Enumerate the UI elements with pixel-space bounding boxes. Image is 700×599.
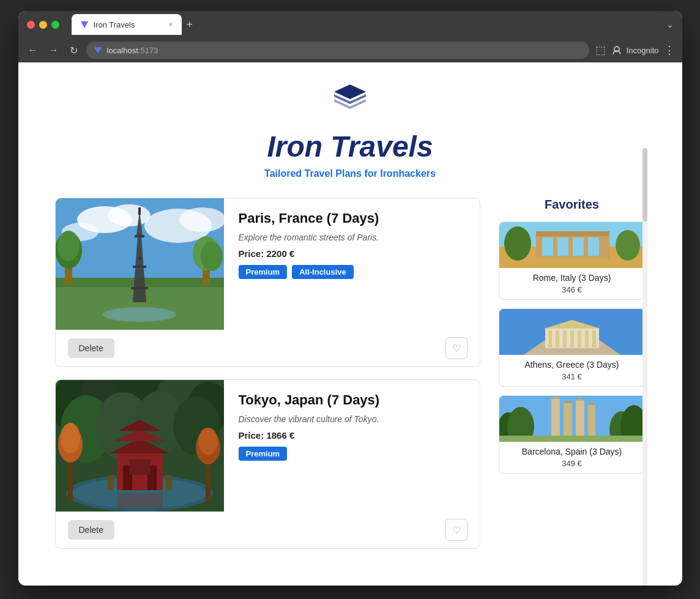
svg-point-61 [504, 226, 531, 261]
trip-card-tokyo: Tokyo, Japan (7 Days) Discover the vibra… [55, 379, 480, 549]
svg-rect-44 [108, 475, 114, 490]
svg-rect-70 [578, 330, 581, 348]
scrollbar-thumb[interactable] [642, 148, 647, 221]
reload-button[interactable]: ↻ [67, 42, 80, 59]
heart-icon-tokyo: ♡ [452, 524, 461, 536]
tab-title: Iron Travels [94, 20, 164, 29]
favorite-info-barcelona: Barcelona, Spain (3 Days) 349 € [499, 442, 645, 473]
svg-rect-68 [563, 330, 567, 348]
favorite-card-rome[interactable]: Rome, Italy (3 Days) 346 € [499, 221, 646, 300]
travel-list: Paris, France (7 Days) Explore the roman… [55, 198, 480, 586]
address-host: localhost [107, 46, 138, 55]
close-window-button[interactable] [27, 21, 35, 29]
svg-rect-56 [536, 231, 609, 236]
favorite-name-rome: Rome, Italy (3 Days) [505, 273, 639, 283]
trip-title-tokyo: Tokyo, Japan (7 Days) [239, 392, 465, 408]
price-value: 2200 € [266, 248, 294, 259]
toolbar-right: ⬚ Incognito ⋮ [595, 43, 675, 57]
price-label-tokyo: Price: [239, 430, 264, 441]
favorite-paris-button[interactable]: ♡ [445, 337, 467, 359]
svg-rect-81 [564, 403, 572, 436]
favorite-tokyo-button[interactable]: ♡ [445, 519, 467, 541]
svg-rect-43 [129, 459, 151, 475]
svg-rect-85 [588, 405, 595, 436]
svg-point-14 [58, 231, 80, 261]
trip-tags-tokyo: Premium [239, 447, 465, 461]
card-actions-paris: Delete ♡ [56, 330, 480, 366]
active-tab[interactable]: Iron Travels × [72, 14, 182, 35]
site-logo [330, 81, 370, 120]
main-layout: Paris, France (7 Days) Explore the roman… [18, 192, 682, 586]
tokyo-scene-svg [56, 380, 224, 512]
page-content: Iron Travels Tailored Travel Plans for I… [18, 62, 682, 586]
svg-rect-57 [542, 237, 553, 256]
browser-toolbar: ← → ↻ localhost:5173 ⬚ Incognito ⋮ [18, 38, 682, 62]
favorite-card-athens[interactable]: Athens, Greece (3 Days) 341 € [499, 308, 646, 387]
more-options-icon[interactable]: ⋮ [664, 43, 675, 57]
svg-point-51 [198, 428, 218, 455]
address-bar[interactable]: localhost:5173 [86, 42, 589, 59]
card-body-tokyo: Tokyo, Japan (7 Days) Discover the vibra… [56, 380, 480, 512]
maximize-window-button[interactable] [51, 21, 59, 29]
trip-tags-paris: Premium All-Inclusive [239, 265, 465, 279]
favorite-info-rome: Rome, Italy (3 Days) 346 € [499, 268, 645, 299]
favorite-info-athens: Athens, Greece (3 Days) 341 € [499, 355, 645, 386]
trip-image-paris [56, 198, 224, 330]
delete-tokyo-button[interactable]: Delete [68, 520, 114, 540]
card-info-tokyo: Tokyo, Japan (7 Days) Discover the vibra… [224, 380, 480, 512]
paris-scene-svg [56, 198, 224, 330]
trip-desc-tokyo: Discover the vibrant culture of Tokyo. [239, 414, 465, 424]
svg-rect-59 [573, 237, 584, 256]
incognito-icon [611, 44, 623, 56]
delete-paris-button[interactable]: Delete [68, 338, 114, 358]
athens-scene-svg [499, 309, 645, 355]
trip-image-tokyo [56, 380, 224, 512]
page-header: Iron Travels Tailored Travel Plans for I… [18, 62, 682, 192]
favorite-image-barcelona [499, 396, 645, 442]
back-button[interactable]: ← [26, 42, 40, 58]
svg-rect-71 [585, 330, 589, 348]
card-info-paris: Paris, France (7 Days) Explore the roman… [224, 198, 480, 330]
trip-price-tokyo: Price: 1866 € [239, 430, 465, 441]
svg-point-62 [616, 230, 640, 261]
svg-rect-87 [499, 436, 645, 442]
svg-rect-69 [570, 330, 574, 348]
address-favicon-icon [94, 46, 102, 54]
barcelona-scene-svg [499, 396, 645, 442]
tab-expand-icon[interactable]: ⌄ [666, 20, 674, 29]
forward-button[interactable]: → [47, 42, 61, 58]
price-label: Price: [239, 248, 264, 259]
price-value-tokyo: 1866 € [266, 430, 294, 441]
svg-rect-79 [551, 399, 560, 436]
svg-rect-60 [588, 237, 599, 256]
svg-rect-67 [556, 330, 559, 348]
favorite-name-barcelona: Barcelona, Spain (3 Days) [505, 447, 639, 456]
svg-point-24 [103, 307, 176, 322]
svg-rect-21 [133, 266, 146, 268]
favorite-price-athens: 341 € [505, 372, 639, 381]
minimize-window-button[interactable] [39, 21, 47, 29]
tag-premium: Premium [239, 265, 288, 279]
page-scrollbar[interactable] [642, 148, 647, 586]
address-text: localhost:5173 [107, 46, 158, 55]
favorite-price-barcelona: 349 € [505, 459, 639, 468]
traffic-lights [27, 21, 59, 29]
trip-price-paris: Price: 2200 € [239, 248, 465, 259]
favorite-card-barcelona[interactable]: Barcelona, Spain (3 Days) 349 € [499, 395, 646, 474]
svg-rect-52 [117, 493, 163, 508]
trip-card-paris: Paris, France (7 Days) Explore the roman… [55, 198, 480, 367]
incognito-button[interactable]: Incognito [611, 44, 659, 56]
svg-point-8 [179, 207, 224, 232]
new-tab-button[interactable]: + [187, 18, 193, 31]
svg-rect-22 [131, 287, 148, 289]
favorites-title: Favorites [499, 198, 646, 212]
sidebar-toggle-icon[interactable]: ⬚ [595, 43, 606, 57]
tab-close-button[interactable]: × [168, 20, 173, 29]
svg-rect-58 [557, 237, 568, 256]
svg-point-6 [108, 204, 151, 226]
card-actions-tokyo: Delete ♡ [56, 512, 480, 548]
svg-rect-66 [548, 330, 552, 348]
svg-point-17 [201, 242, 223, 271]
address-port: :5173 [138, 46, 158, 55]
favorite-image-athens [499, 309, 645, 355]
